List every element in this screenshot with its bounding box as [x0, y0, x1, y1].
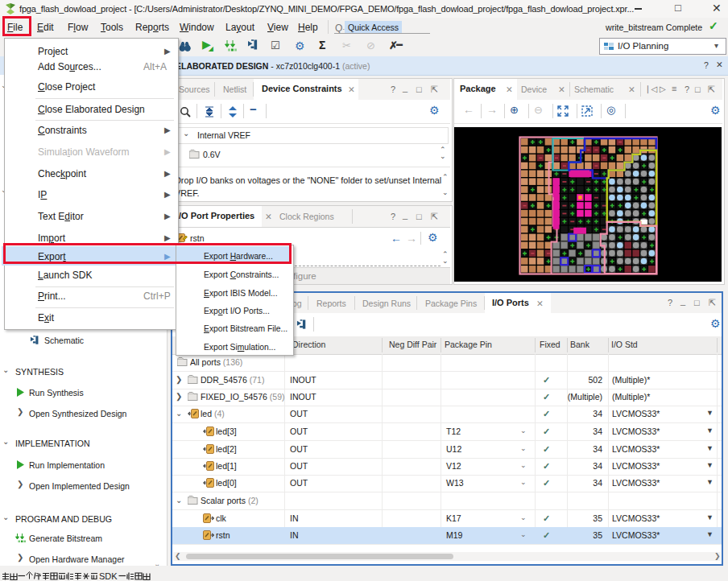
svg-text:SDK: SDK: [99, 571, 118, 581]
